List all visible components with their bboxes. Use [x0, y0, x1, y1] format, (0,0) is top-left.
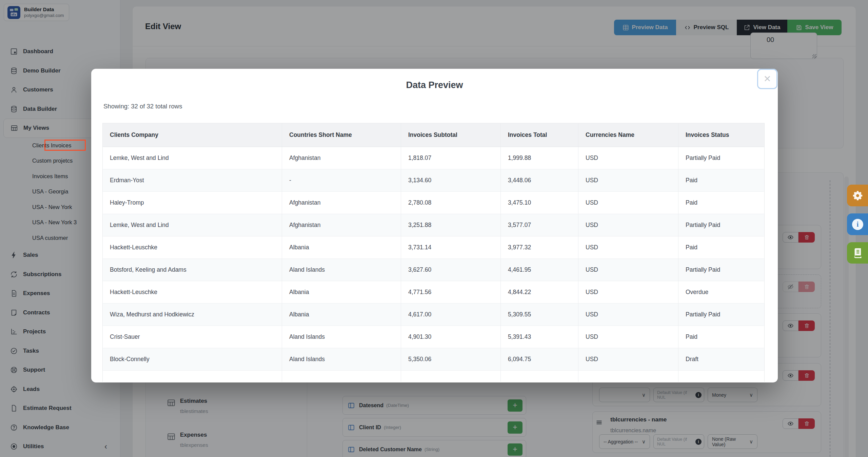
table-cell: Paid — [678, 169, 765, 191]
data-preview-table: Clients CompanyCountries Short NameInvoi… — [102, 123, 765, 382]
table-cell: Partially Paid — [678, 304, 765, 326]
table-row: Erdman-Yost-3,134.603,448.06USDPaid — [103, 169, 764, 192]
table-cell: USD — [578, 281, 678, 303]
table-cell: USD — [578, 192, 678, 214]
table-row: Botsford, Keeling and AdamsAland Islands… — [103, 259, 764, 281]
table-cell: 3,977.32 — [501, 236, 578, 258]
gear-icon — [852, 190, 863, 201]
modal-title: Data Preview — [91, 69, 778, 90]
table-cell: - — [282, 169, 401, 191]
table-row: Haley-TrompAfghanistan2,780.083,475.10US… — [103, 192, 764, 214]
column-header: Invoices Total — [501, 123, 578, 147]
data-preview-modal: ✕ Data Preview Showing: 32 of 32 total r… — [91, 69, 778, 382]
table-cell: 1,818.07 — [401, 147, 501, 169]
table-cell: Paid — [678, 192, 765, 214]
table-header-row: Clients CompanyCountries Short NameInvoi… — [103, 123, 764, 147]
table-row — [103, 371, 764, 382]
table-cell: 3,627.60 — [401, 259, 501, 281]
table-cell: Overdue — [678, 281, 765, 303]
table-cell: Albania — [282, 304, 401, 326]
table-cell: 3,448.06 — [501, 169, 578, 191]
table-cell: 5,350.06 — [401, 348, 501, 370]
table-cell: Albania — [282, 236, 401, 258]
table-cell: Afghanistan — [282, 192, 401, 214]
table-row: Hackett-LeuschkeAlbania3,731.143,977.32U… — [103, 236, 764, 259]
table-cell: 5,309.55 — [501, 304, 578, 326]
table-cell — [282, 371, 401, 382]
table-cell: Aland Islands — [282, 326, 401, 348]
table-cell: 4,844.22 — [501, 281, 578, 303]
table-cell: Afghanistan — [282, 214, 401, 236]
modal-close-button[interactable]: ✕ — [757, 69, 777, 89]
table-cell: 2,780.08 — [401, 192, 501, 214]
column-header: Clients Company — [103, 123, 282, 147]
table-cell — [401, 371, 501, 382]
table-cell: USD — [578, 326, 678, 348]
column-header: Countries Short Name — [282, 123, 401, 147]
table-cell: Aland Islands — [282, 259, 401, 281]
table-cell: USD — [578, 147, 678, 169]
table-cell: USD — [578, 214, 678, 236]
table-cell: Paid — [678, 326, 765, 348]
table-cell: Lemke, West and Lind — [103, 147, 282, 169]
table-cell: 3,475.10 — [501, 192, 578, 214]
table-cell: Albania — [282, 281, 401, 303]
table-cell: USD — [578, 236, 678, 258]
table-cell — [578, 371, 678, 382]
table-cell: Partially Paid — [678, 147, 765, 169]
table-row: Lemke, West and LindAfghanistan3,251.883… — [103, 214, 764, 236]
table-cell — [103, 371, 282, 382]
docs-fab[interactable] — [847, 242, 868, 264]
table-cell: Erdman-Yost — [103, 169, 282, 191]
table-cell: 4,901.30 — [401, 326, 501, 348]
table-row: Hackett-LeuschkeAlbania4,771.564,844.22U… — [103, 281, 764, 304]
table-cell: Paid — [678, 236, 765, 258]
app-root: Builder Data polyxgo@gmail.com Dashboard… — [0, 0, 868, 457]
table-cell: Wiza, Medhurst and Hodkiewicz — [103, 304, 282, 326]
table-cell: 3,251.88 — [401, 214, 501, 236]
table-cell: Lemke, West and Lind — [103, 214, 282, 236]
table-row: Crist-SauerAland Islands4,901.305,391.43… — [103, 326, 764, 348]
table-cell: USD — [578, 259, 678, 281]
table-cell: 4,461.95 — [501, 259, 578, 281]
table-cell: Partially Paid — [678, 259, 765, 281]
table-cell: 1,999.88 — [501, 147, 578, 169]
table-cell: Hackett-Leuschke — [103, 281, 282, 303]
table-cell: USD — [578, 348, 678, 370]
info-fab[interactable]: i — [847, 213, 868, 235]
table-cell: 3,731.14 — [401, 236, 501, 258]
table-cell — [678, 371, 765, 382]
table-cell: Afghanistan — [282, 147, 401, 169]
column-header: Invoices Subtotal — [401, 123, 501, 147]
table-cell: 5,391.43 — [501, 326, 578, 348]
settings-fab[interactable] — [847, 185, 868, 206]
table-cell: 6,094.75 — [501, 348, 578, 370]
table-cell: Block-Connelly — [103, 348, 282, 370]
table-cell — [501, 371, 578, 382]
table-cell: Draft — [678, 348, 765, 370]
table-cell: 4,771.56 — [401, 281, 501, 303]
table-cell: USD — [578, 304, 678, 326]
table-cell: Hackett-Leuschke — [103, 236, 282, 258]
table-row: Block-ConnellyAland Islands5,350.066,094… — [103, 348, 764, 371]
table-cell: 4,617.00 — [401, 304, 501, 326]
table-cell: Crist-Sauer — [103, 326, 282, 348]
row-count-status: Showing: 32 of 32 total rows — [103, 103, 182, 110]
column-header: Invoices Status — [678, 123, 765, 147]
table-row: Wiza, Medhurst and HodkiewiczAlbania4,61… — [103, 304, 764, 326]
table-cell: 3,577.07 — [501, 214, 578, 236]
highlight-annotation — [44, 140, 86, 151]
info-icon: i — [852, 219, 863, 230]
book-icon — [852, 247, 863, 258]
table-cell: Partially Paid — [678, 214, 765, 236]
table-cell: Haley-Tromp — [103, 192, 282, 214]
table-row: Lemke, West and LindAfghanistan1,818.071… — [103, 147, 764, 169]
column-header: Currencies Name — [578, 123, 678, 147]
table-cell: Botsford, Keeling and Adams — [103, 259, 282, 281]
table-cell: 3,134.60 — [401, 169, 501, 191]
table-cell: Aland Islands — [282, 348, 401, 370]
table-cell: USD — [578, 169, 678, 191]
